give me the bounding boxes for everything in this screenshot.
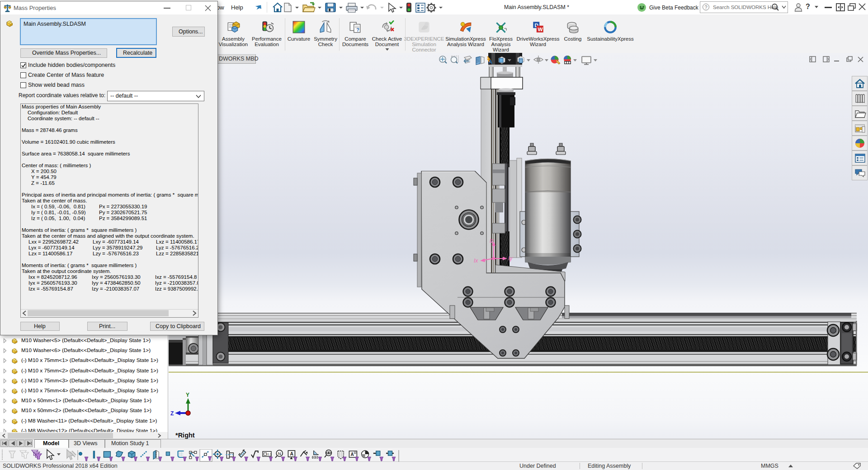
svg-text:0.3: 0.3 bbox=[267, 453, 272, 456]
svg-text:A: A bbox=[489, 59, 492, 65]
svg-text:Z: Z bbox=[170, 410, 174, 417]
svg-text:A: A bbox=[350, 452, 354, 457]
svg-text:Y: Y bbox=[186, 392, 189, 398]
svg-text:Iz: Iz bbox=[490, 238, 494, 244]
svg-text:*Right: *Right bbox=[175, 432, 195, 439]
svg-text:Iy: Iy bbox=[508, 255, 513, 262]
svg-text:Ix: Ix bbox=[474, 258, 478, 264]
svg-text:?: ? bbox=[356, 27, 359, 33]
svg-text:N: N bbox=[278, 451, 281, 456]
svg-text:W: W bbox=[538, 26, 543, 32]
svg-text:A: A bbox=[290, 451, 293, 456]
